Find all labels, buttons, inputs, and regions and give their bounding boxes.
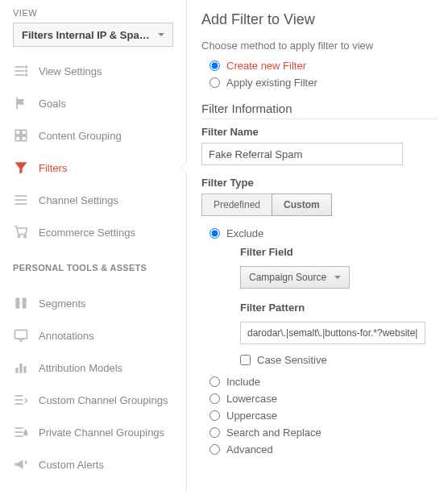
filter-name-label: Filter Name — [201, 126, 438, 138]
annotation-icon — [13, 327, 29, 343]
svg-rect-15 — [15, 395, 23, 397]
method-label: Choose method to apply filter to view — [201, 40, 438, 52]
svg-rect-13 — [19, 364, 22, 373]
filter-pattern-input[interactable] — [240, 322, 425, 344]
svg-rect-7 — [15, 199, 27, 201]
nav-label: Goals — [39, 98, 66, 110]
svg-rect-17 — [15, 403, 23, 405]
megaphone-icon — [13, 456, 29, 472]
radio-label: Lowercase — [226, 393, 277, 405]
radio-create-filter[interactable]: Create new Filter — [209, 60, 438, 72]
svg-rect-2 — [15, 74, 25, 76]
chart-icon — [13, 360, 29, 376]
tab-custom[interactable]: Custom — [272, 193, 332, 216]
nav-label: Filters — [39, 162, 67, 174]
nav-label: View Settings — [39, 65, 102, 77]
cart-icon — [13, 224, 29, 240]
radio-exclude[interactable]: Exclude — [209, 227, 438, 239]
dropdown-value: Campaign Source — [249, 272, 326, 283]
radio-uppercase[interactable]: Uppercase — [209, 410, 438, 422]
nav-channel-settings[interactable]: Channel Settings — [0, 184, 186, 216]
nav-segments[interactable]: Segments — [0, 287, 186, 319]
view-selector-value: Filters Internal IP & Spam... — [22, 29, 151, 41]
radio-include[interactable]: Include — [209, 376, 438, 388]
radio-label: Include — [226, 376, 260, 388]
filter-name-input[interactable] — [201, 143, 403, 165]
custom-channel-icon — [13, 392, 29, 408]
svg-point-4 — [25, 69, 27, 72]
svg-rect-10 — [23, 298, 27, 308]
nav-private-channel-groupings[interactable]: Private Channel Groupings — [0, 416, 186, 448]
caret-down-icon — [334, 276, 341, 279]
svg-rect-8 — [15, 203, 27, 205]
svg-rect-6 — [15, 195, 27, 197]
nav-label: Content Grouping — [39, 130, 122, 142]
radio-label: Search and Replace — [226, 427, 321, 439]
svg-rect-19 — [15, 431, 23, 433]
segments-icon — [13, 295, 29, 311]
view-selector[interactable]: Filters Internal IP & Spam... — [13, 23, 173, 47]
radio-lowercase[interactable]: Lowercase — [209, 393, 438, 405]
svg-rect-12 — [15, 368, 18, 373]
nav-label: Channel Settings — [39, 194, 118, 206]
nav-content-grouping[interactable]: Content Grouping — [0, 119, 186, 152]
nav-attribution-models[interactable]: Attribution Models — [0, 352, 186, 384]
radio-search-replace[interactable]: Search and Replace — [209, 427, 438, 439]
nav-label: Custom Alerts — [39, 459, 104, 471]
private-channel-icon — [13, 424, 29, 440]
svg-rect-0 — [15, 66, 25, 68]
filter-field-label: Filter Field — [240, 246, 438, 258]
nav-annotations[interactable]: Annotations — [0, 319, 186, 352]
nav-goals[interactable]: Goals — [0, 87, 186, 119]
view-section-label: VIEW — [0, 0, 186, 23]
nav-ecommerce-settings[interactable]: Ecommerce Settings — [0, 216, 186, 248]
nav-label: Custom Channel Groupings — [39, 394, 168, 406]
radio-label: Apply existing Filter — [226, 77, 317, 89]
grouping-icon — [13, 127, 29, 144]
funnel-icon — [13, 160, 29, 176]
radio-apply-filter[interactable]: Apply existing Filter — [209, 77, 438, 89]
radio-advanced[interactable]: Advanced — [209, 443, 438, 456]
case-sensitive-checkbox[interactable]: Case Sensitive — [240, 354, 438, 366]
svg-rect-9 — [15, 298, 19, 308]
svg-point-3 — [25, 65, 27, 68]
radio-label: Create new Filter — [226, 60, 306, 72]
radio-label: Uppercase — [226, 410, 277, 422]
checkbox-label: Case Sensitive — [257, 354, 327, 366]
page-title: Add Filter to View — [201, 11, 438, 28]
svg-rect-16 — [15, 399, 23, 401]
filter-pattern-label: Filter Pattern — [240, 302, 438, 314]
filter-field-dropdown[interactable]: Campaign Source — [240, 266, 350, 289]
nav-label: Private Channel Groupings — [39, 427, 164, 439]
nav-label: Annotations — [39, 330, 94, 342]
svg-rect-20 — [15, 435, 23, 437]
nav-filters[interactable]: Filters — [0, 152, 186, 184]
tab-predefined[interactable]: Predefined — [201, 193, 272, 216]
nav-custom-alerts[interactable]: Custom Alerts — [0, 448, 186, 481]
svg-rect-1 — [15, 70, 25, 72]
svg-rect-14 — [23, 366, 26, 372]
nav-label: Ecommerce Settings — [39, 227, 135, 239]
personal-tools-label: PERSONAL TOOLS & ASSETS — [0, 248, 186, 279]
flag-icon — [13, 95, 29, 111]
filter-info-heading: Filter Information — [201, 102, 438, 119]
settings-icon — [13, 63, 29, 79]
caret-down-icon — [158, 33, 164, 36]
nav-view-settings[interactable]: View Settings — [0, 55, 186, 87]
svg-point-5 — [25, 73, 27, 76]
nav-label: Attribution Models — [39, 362, 122, 374]
svg-rect-18 — [15, 427, 23, 429]
filter-type-label: Filter Type — [201, 177, 438, 189]
nav-custom-channel-groupings[interactable]: Custom Channel Groupings — [0, 384, 186, 416]
nav-label: Segments — [39, 298, 86, 310]
radio-label: Exclude — [226, 227, 263, 239]
radio-label: Advanced — [226, 443, 273, 456]
svg-rect-11 — [15, 330, 27, 339]
channel-icon — [13, 192, 29, 208]
